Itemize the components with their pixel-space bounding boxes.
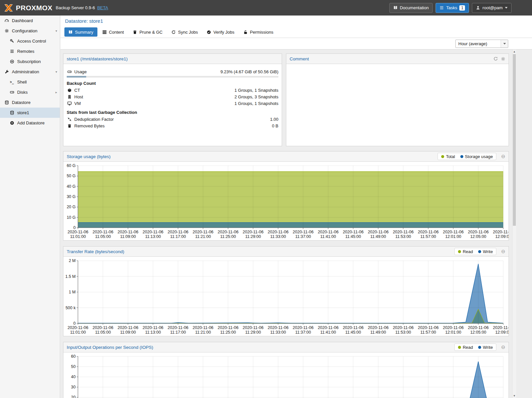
tab-label: Verify Jobs: [213, 30, 234, 35]
sidebar-item-disks[interactable]: Disks ▸: [0, 87, 60, 97]
tab-label: Sync Jobs: [178, 30, 198, 35]
interval-select[interactable]: Hour (average): [455, 40, 508, 48]
tasks-count-badge: 1: [459, 5, 465, 11]
database-icon: [9, 111, 15, 115]
chart-title: Transfer Rate (bytes/second): [67, 249, 124, 254]
removed-bytes-value: 0 B: [272, 123, 278, 128]
tab-summary[interactable]: Summary: [64, 27, 97, 37]
svg-text:0: 0: [73, 225, 76, 230]
svg-text:11:53:00: 11:53:00: [395, 234, 411, 239]
sidebar-item-access-control[interactable]: Access Control: [0, 36, 60, 46]
svg-text:11:49:00: 11:49:00: [370, 234, 386, 239]
tab-prune-gc[interactable]: Prune & GC: [129, 27, 166, 37]
svg-text:11:37:00: 11:37:00: [295, 330, 311, 335]
collapse-panel-icon[interactable]: ⊖: [501, 153, 505, 159]
scrollbar-thumb[interactable]: [513, 54, 516, 226]
datastore-summary-panel: store1 (/mnt/datastores/store1) Usage 9.…: [63, 53, 282, 146]
svg-text:2020-11-06: 2020-11-06: [143, 230, 163, 234]
legend-label: Read: [463, 249, 473, 254]
svg-text:2020-11-06: 2020-11-06: [343, 325, 364, 330]
svg-text:2020-11-06: 2020-11-06: [493, 325, 509, 330]
sidebar-item-label: Add Datastore: [17, 120, 45, 125]
gc-stats-heading: Stats from last Garbage Collection: [67, 110, 278, 115]
svg-text:2020-11-06: 2020-11-06: [343, 230, 364, 234]
svg-text:11:33:00: 11:33:00: [270, 234, 286, 239]
svg-text:2020-11-06: 2020-11-06: [368, 325, 389, 330]
svg-text:11:41:00: 11:41:00: [320, 234, 336, 239]
tasks-button[interactable]: Tasks 1: [436, 3, 469, 13]
combo-trigger-button[interactable]: [501, 40, 508, 48]
scroll-down-arrow[interactable]: ▼: [513, 394, 516, 398]
svg-text:12:05:00: 12:05:00: [470, 234, 486, 239]
legend-item-write: Write: [478, 345, 493, 350]
svg-text:11:53:00: 11:53:00: [395, 330, 411, 335]
beta-link[interactable]: BETA: [97, 5, 108, 10]
svg-text:11:29:00: 11:29:00: [245, 234, 261, 239]
dedup-row: Deduplication Factor 1.00: [67, 116, 278, 122]
svg-text:2020-11-06: 2020-11-06: [118, 325, 138, 330]
trash-icon: [133, 30, 137, 34]
chart-legend: Read Write: [454, 248, 496, 255]
svg-text:30: 30: [71, 385, 76, 389]
sidebar-item-store1[interactable]: store1: [0, 108, 60, 118]
svg-text:2020-11-06: 2020-11-06: [368, 230, 389, 234]
svg-text:2020-11-06: 2020-11-06: [193, 325, 213, 330]
title-bar: Datastore: store1: [60, 16, 532, 26]
proxmox-logo: PROXMOX Backup Server 0.9-6 BETA: [0, 3, 111, 13]
sidebar-item-label: Subscription: [17, 59, 41, 64]
sidebar-item-subscription[interactable]: Subscription: [0, 56, 60, 67]
trash-icon: [67, 124, 72, 128]
scroll-up-arrow[interactable]: ▲: [513, 50, 516, 54]
user-menu-button[interactable]: root@pam: [472, 3, 512, 13]
list-icon: [9, 49, 15, 53]
storage-usage-chart: 60 G50 G40 G30 G20 G10 G02020-11-0611:01…: [63, 163, 509, 240]
svg-text:0: 0: [73, 321, 76, 326]
tab-content[interactable]: Content: [98, 27, 128, 37]
svg-text:11:29:00: 11:29:00: [245, 330, 261, 335]
interval-select-value: Hour (average): [456, 40, 501, 48]
legend-item-storage-usage: Storage usage: [460, 154, 493, 159]
sidebar-item-add-datastore[interactable]: Add Datastore: [0, 118, 60, 128]
svg-text:2020-11-06: 2020-11-06: [218, 325, 238, 330]
svg-text:2020-11-06: 2020-11-06: [218, 230, 238, 234]
database-icon: [4, 100, 9, 105]
svg-text:2020-11-06: 2020-11-06: [318, 325, 338, 330]
tab-permissions[interactable]: Permissions: [239, 27, 277, 37]
sidebar-item-shell[interactable]: >_ Shell: [0, 77, 60, 87]
sidebar-item-dashboard[interactable]: Dashboard: [0, 16, 60, 26]
sidebar-item-datastore[interactable]: Datastore: [0, 97, 60, 108]
svg-text:11:21:00: 11:21:00: [195, 330, 211, 335]
tasks-icon: [440, 6, 444, 10]
svg-text:20: 20: [71, 395, 76, 398]
svg-text:2020-11-06: 2020-11-06: [92, 325, 113, 330]
sidebar-item-remotes[interactable]: Remotes: [0, 46, 60, 56]
collapse-panel-icon[interactable]: ⊖: [501, 344, 505, 350]
tab-verify-jobs[interactable]: Verify Jobs: [203, 27, 238, 37]
svg-text:12:09:00: 12:09:00: [495, 234, 509, 239]
svg-text:2020-11-06: 2020-11-06: [268, 325, 289, 330]
sidebar-item-administration[interactable]: Administration ▾: [0, 67, 60, 77]
svg-text:11:09:00: 11:09:00: [120, 330, 136, 335]
svg-text:30 G: 30 G: [67, 194, 76, 199]
support-icon: [9, 59, 15, 64]
collapse-panel-icon[interactable]: ⊖: [501, 249, 505, 254]
svg-text:12:01:00: 12:01:00: [445, 234, 461, 239]
legend-label: Write: [483, 345, 493, 350]
sidebar-item-configuration[interactable]: Configuration ▾: [0, 26, 60, 36]
sidebar-item-label: Datastore: [12, 100, 30, 105]
collapse-arrow-icon: ▾: [55, 70, 57, 74]
backup-count-heading: Backup Count: [67, 81, 278, 86]
documentation-button[interactable]: Documentation: [389, 3, 433, 13]
gear-icon[interactable]: [501, 57, 505, 61]
svg-text:2020-11-06: 2020-11-06: [293, 230, 313, 234]
tab-sync-jobs[interactable]: Sync Jobs: [167, 27, 202, 37]
svg-text:10 G: 10 G: [67, 215, 76, 220]
sidebar-item-label: Shell: [17, 80, 27, 84]
check-circle-icon: [207, 30, 211, 34]
vertical-scrollbar[interactable]: ▲ ▼: [512, 50, 516, 398]
refresh-icon[interactable]: [493, 56, 498, 61]
vm-count-row: VM 1 Groups, 1 Snapshots: [67, 100, 278, 107]
dedup-label: Deduplication Factor: [74, 117, 114, 122]
expand-arrow-icon: ▸: [55, 90, 57, 94]
svg-text:60: 60: [71, 354, 76, 359]
